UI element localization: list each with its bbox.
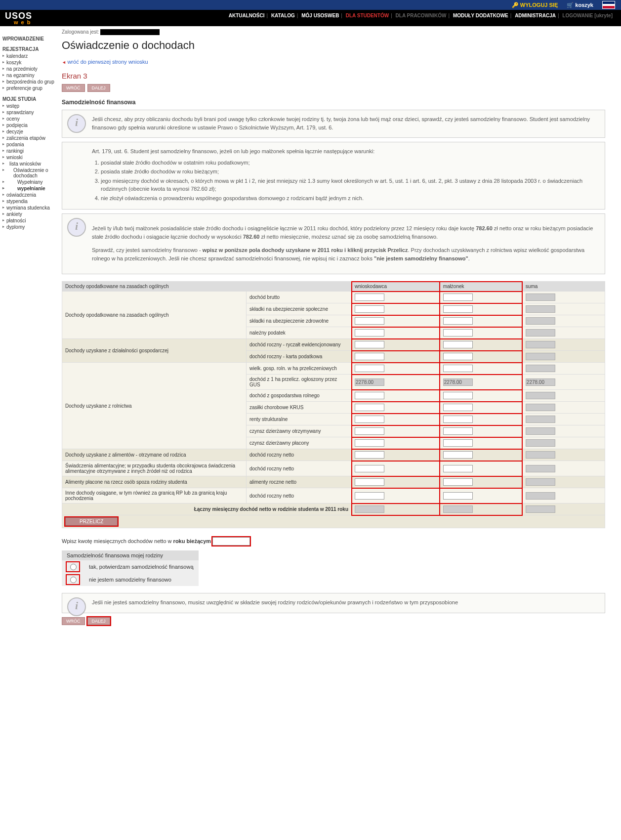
side-wnioski[interactable]: wnioski bbox=[2, 154, 54, 161]
income-input[interactable] bbox=[355, 427, 384, 435]
group-label: Dochody opodatkowane na zasadach ogólnyc… bbox=[62, 292, 247, 339]
income-table: Dochody opodatkowane na zasadach ogólnyc… bbox=[62, 281, 605, 528]
income-input[interactable] bbox=[355, 317, 384, 325]
row-label: dochód roczny netto bbox=[247, 449, 352, 461]
income-input bbox=[526, 317, 555, 325]
side-oceny[interactable]: oceny bbox=[2, 116, 54, 122]
logout-link[interactable]: 🔑 WYLOGUJ SIĘ bbox=[512, 2, 558, 8]
nav-administracja[interactable]: ADMINISTRACJA bbox=[515, 13, 556, 18]
radio-nie[interactable] bbox=[70, 577, 77, 583]
dalej-button-top[interactable]: DALEJ bbox=[87, 84, 110, 92]
income-input[interactable] bbox=[355, 451, 384, 459]
side-platnosci[interactable]: płatności bbox=[2, 217, 54, 224]
income-input[interactable] bbox=[443, 465, 473, 472]
income-input[interactable] bbox=[443, 329, 473, 336]
side-sprawdziany[interactable]: sprawdziany bbox=[2, 109, 54, 116]
income-input[interactable] bbox=[443, 404, 473, 411]
income-input[interactable] bbox=[443, 451, 473, 459]
self-title: Samodzielność finansowa mojej rodziny bbox=[62, 550, 199, 560]
info-icon: i bbox=[67, 218, 86, 237]
wroc-button-bottom[interactable]: WRÓĆ bbox=[62, 617, 85, 625]
side-rankingi[interactable]: rankingi bbox=[2, 148, 54, 154]
flag-uk-icon[interactable] bbox=[602, 1, 615, 9]
income-input[interactable] bbox=[355, 365, 384, 372]
nav-katalog[interactable]: KATALOG bbox=[271, 13, 295, 18]
sidebar: WPROWADZENIE REJESTRACJA kalendarz koszy… bbox=[0, 26, 57, 640]
side-lista-wnioskow[interactable]: lista wniosków bbox=[2, 161, 54, 167]
radio-tak[interactable] bbox=[70, 564, 77, 570]
side-decyzje[interactable]: decyzje bbox=[2, 128, 54, 135]
side-oswiadczenie[interactable]: Oświadczenie o dochodach bbox=[2, 167, 54, 179]
side-na-przedmioty[interactable]: na przedmioty bbox=[2, 66, 54, 72]
income-input[interactable] bbox=[355, 341, 384, 348]
side-wypelnianie[interactable]: wypełnianie bbox=[2, 185, 54, 192]
income-input[interactable] bbox=[443, 365, 473, 372]
nav-moj-usosweb[interactable]: MÓJ USOSWEB bbox=[301, 13, 339, 18]
income-input bbox=[526, 439, 555, 447]
income-input[interactable] bbox=[443, 427, 473, 435]
income-input[interactable] bbox=[443, 341, 473, 348]
current-year-row: Wpisz kwotę miesięcznych dochodów netto … bbox=[62, 537, 605, 546]
side-zaliczenia[interactable]: zaliczenia etapów bbox=[2, 135, 54, 141]
nav-dla-studentow[interactable]: DLA STUDENTÓW bbox=[346, 13, 389, 18]
income-input[interactable] bbox=[355, 492, 384, 500]
income-input[interactable] bbox=[443, 439, 473, 447]
income-input[interactable] bbox=[443, 478, 473, 486]
income-input bbox=[526, 427, 555, 435]
income-input[interactable] bbox=[443, 294, 473, 301]
header: USOSweb AKTUALNOŚCI| KATALOG| MÓJ USOSWE… bbox=[0, 10, 621, 26]
income-input[interactable] bbox=[355, 305, 384, 313]
side-wypelniany[interactable]: Wypełniany bbox=[2, 179, 54, 185]
income-input[interactable] bbox=[355, 353, 384, 360]
income-input[interactable] bbox=[443, 317, 473, 325]
side-na-egzaminy[interactable]: na egzaminy bbox=[2, 72, 54, 79]
income-input[interactable] bbox=[355, 392, 384, 399]
income-input bbox=[526, 492, 555, 500]
nav-moduly[interactable]: MODUŁY DODATKOWE bbox=[453, 13, 508, 18]
row-label: dochód roczny - karta podatkowa bbox=[247, 351, 352, 363]
nav-dla-pracownikow[interactable]: DLA PRACOWNIKÓW bbox=[396, 13, 447, 18]
dalej-button-bottom[interactable]: DALEJ bbox=[87, 617, 110, 625]
logo: USOSweb bbox=[0, 11, 57, 25]
nav-aktualnosci[interactable]: AKTUALNOŚCI bbox=[229, 13, 265, 18]
przelicz-button[interactable]: PRZELICZ bbox=[65, 517, 118, 526]
side-h-moje-studia: MOJE STUDIA bbox=[2, 96, 54, 102]
income-input bbox=[526, 329, 555, 336]
income-input[interactable] bbox=[443, 492, 473, 500]
income-input[interactable] bbox=[355, 465, 384, 472]
wroc-button-top[interactable]: WRÓĆ bbox=[62, 84, 85, 92]
side-dyplomy[interactable]: dyplomy bbox=[2, 224, 54, 230]
income-input[interactable] bbox=[355, 294, 384, 301]
income-input[interactable] bbox=[443, 305, 473, 313]
nav-logowanie[interactable]: LOGOWANIE [ukryte] bbox=[562, 13, 613, 18]
side-oswiadczenia[interactable]: oświadczenia bbox=[2, 192, 54, 198]
income-input[interactable] bbox=[355, 329, 384, 336]
side-wstep[interactable]: wstęp bbox=[2, 103, 54, 109]
side-ankiety[interactable]: ankiety bbox=[2, 211, 54, 217]
total-wnioskodawca bbox=[355, 505, 384, 513]
current-year-income-input[interactable] bbox=[212, 537, 250, 546]
group-label: Świadczenia alimentacyjne; w przypadku s… bbox=[62, 461, 247, 476]
income-input[interactable] bbox=[355, 478, 384, 486]
top-bar: 🔑 WYLOGUJ SIĘ 🛒 koszyk bbox=[0, 0, 621, 10]
income-input[interactable] bbox=[355, 416, 384, 423]
income-input[interactable] bbox=[443, 392, 473, 399]
income-input[interactable] bbox=[355, 404, 384, 411]
income-input[interactable] bbox=[355, 439, 384, 447]
side-podania[interactable]: podania bbox=[2, 141, 54, 148]
row-label: dochód z 1 ha przelicz. ogłoszony przez … bbox=[247, 375, 352, 390]
main-content: Zalogowana jest: Oświadczenie o dochodac… bbox=[57, 26, 613, 640]
cart-link[interactable]: 🛒 koszyk bbox=[567, 2, 593, 8]
side-koszyk[interactable]: koszyk bbox=[2, 59, 54, 66]
side-podpiecia[interactable]: podpięcia bbox=[2, 122, 54, 128]
side-kalendarz[interactable]: kalendarz bbox=[2, 53, 54, 59]
back-to-first-page-link[interactable]: wróć do pierwszej strony wniosku bbox=[62, 59, 148, 65]
info-box-2: Art. 179, ust. 6. Student jest samodziel… bbox=[62, 142, 605, 210]
side-wymiana[interactable]: wymiana studencka bbox=[2, 205, 54, 211]
income-input[interactable] bbox=[443, 353, 473, 360]
side-bezposrednia[interactable]: bezpośrednia do grup bbox=[2, 79, 54, 85]
income-input[interactable] bbox=[443, 416, 473, 423]
side-stypendia[interactable]: stypendia bbox=[2, 198, 54, 205]
side-preferencje[interactable]: preferencje grup bbox=[2, 85, 54, 91]
info-icon: i bbox=[67, 114, 86, 133]
